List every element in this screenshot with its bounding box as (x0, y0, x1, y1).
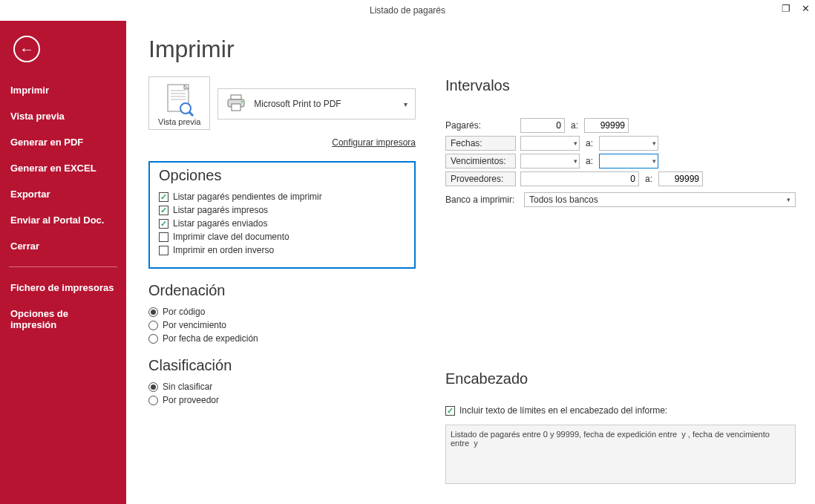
cls-por-proveedor[interactable]: Por proveedor (148, 395, 416, 405)
fechas-button[interactable]: Fechas: (445, 136, 516, 151)
ordering-title: Ordenación (148, 282, 416, 299)
prov-from-input[interactable] (520, 171, 639, 186)
nav-opciones-impresion[interactable]: Opciones de impresión (0, 301, 126, 338)
radio-icon (148, 307, 158, 317)
proveedores-button[interactable]: Proveedores: (445, 171, 516, 186)
titlebar: Listado de pagarés ❐ ✕ (0, 0, 815, 21)
radio-icon (148, 321, 158, 330)
sidebar: ← Imprimir Vista previa Generar en PDF G… (0, 21, 126, 504)
printer-icon (226, 94, 246, 115)
ord-codigo[interactable]: Por código (148, 307, 416, 317)
svg-rect-10 (232, 104, 240, 111)
pagares-label: Pagarés: (445, 120, 516, 131)
header-textarea[interactable] (445, 425, 796, 484)
opt-enviados[interactable]: Listar pagarés enviados (159, 218, 405, 229)
close-button[interactable]: ✕ (799, 1, 812, 15)
checkbox-icon (159, 206, 168, 215)
banco-label: Banco a imprimir: (445, 194, 520, 205)
svg-point-11 (241, 100, 243, 102)
vencimientos-button[interactable]: Vencimientos: (445, 154, 516, 168)
nav-divider (9, 266, 117, 267)
chevron-down-icon: ▾ (404, 100, 408, 108)
document-preview-icon (163, 83, 196, 116)
banco-selector[interactable]: Todos los bancos ▾ (524, 192, 796, 207)
row-fechas: Fechas: ▾ a: ▾ (445, 136, 796, 151)
ord-fecha-exp[interactable]: Por fecha de expedición (148, 333, 416, 344)
venc-to-dropdown[interactable]: ▾ (599, 154, 658, 168)
header-section: Encabezado Incluir texto de límites en e… (445, 370, 796, 486)
fecha-to-dropdown[interactable]: ▾ (599, 136, 658, 151)
nav-generar-excel[interactable]: Generar en EXCEL (0, 155, 126, 181)
ordering-section: Ordenación Por código Por vencimiento Po… (148, 282, 416, 344)
nav-vista-previa[interactable]: Vista previa (0, 103, 126, 129)
nav-generar-pdf[interactable]: Generar en PDF (0, 129, 126, 155)
checkbox-icon (159, 219, 168, 229)
radio-icon (148, 382, 158, 392)
svg-line-7 (189, 112, 193, 116)
chevron-down-icon: ▾ (787, 196, 791, 203)
intervals-section: Intervalos Pagarés: a: Fechas: ▾ a: ▾ Ve… (445, 77, 796, 207)
arrow-left-icon: ← (19, 41, 34, 58)
fecha-from-dropdown[interactable]: ▾ (520, 136, 580, 151)
printer-name: Microsoft Print to PDF (254, 99, 341, 109)
opt-clave-doc[interactable]: Imprimir clave del documento (159, 232, 405, 242)
pagares-from-input[interactable] (520, 118, 565, 133)
cls-sin-clasificar[interactable]: Sin clasificar (148, 382, 416, 392)
ord-vencimiento[interactable]: Por vencimiento (148, 320, 416, 330)
window-title: Listado de pagarés (370, 5, 445, 16)
maximize-button[interactable]: ❐ (779, 1, 793, 15)
pagares-to-input[interactable] (584, 118, 629, 133)
checkbox-icon (445, 406, 455, 416)
opt-pendientes[interactable]: Listar pagarés pendientes de imprimir (159, 192, 405, 202)
row-banco: Banco a imprimir: Todos los bancos ▾ (445, 192, 796, 207)
header-title: Encabezado (445, 370, 796, 387)
classification-title: Clasificación (148, 357, 416, 374)
opt-orden-inverso[interactable]: Imprimir en orden inverso (159, 245, 405, 255)
prov-to-input[interactable] (658, 171, 703, 186)
radio-icon (148, 396, 158, 405)
nav-fichero-impresoras[interactable]: Fichero de impresoras (0, 275, 126, 301)
back-button[interactable]: ← (13, 36, 40, 62)
vista-previa-button[interactable]: Vista previa (148, 76, 210, 130)
classification-section: Clasificación Sin clasificar Por proveed… (148, 357, 416, 405)
nav-imprimir[interactable]: Imprimir (0, 77, 126, 103)
row-pagares: Pagarés: a: (445, 118, 796, 133)
banco-value: Todos los bancos (529, 194, 598, 205)
checkbox-icon (159, 246, 168, 255)
row-vencimientos: Vencimientos: ▾ a: ▾ (445, 154, 796, 168)
options-title: Opciones (159, 167, 405, 184)
nav-exportar[interactable]: Exportar (0, 181, 126, 207)
opt-impresos[interactable]: Listar pagarés impresos (159, 205, 405, 215)
printer-selector[interactable]: Microsoft Print to PDF ▾ (217, 88, 416, 120)
row-proveedores: Proveedores: a: (445, 171, 796, 186)
header-include-check[interactable]: Incluir texto de límites en el encabezad… (445, 405, 796, 416)
checkbox-icon (159, 192, 168, 202)
svg-point-6 (180, 103, 191, 114)
checkbox-icon (159, 232, 168, 242)
radio-icon (148, 334, 158, 344)
intervals-title: Intervalos (445, 77, 796, 94)
venc-from-dropdown[interactable]: ▾ (520, 154, 580, 168)
configure-printer-link[interactable]: Configurar impresora (148, 137, 416, 148)
options-panel: Opciones Listar pagarés pendientes de im… (148, 161, 416, 269)
nav-enviar-portal[interactable]: Enviar al Portal Doc. (0, 207, 126, 233)
page-title: Imprimir (148, 36, 416, 63)
svg-rect-8 (231, 95, 241, 99)
nav-cerrar[interactable]: Cerrar (0, 233, 126, 259)
